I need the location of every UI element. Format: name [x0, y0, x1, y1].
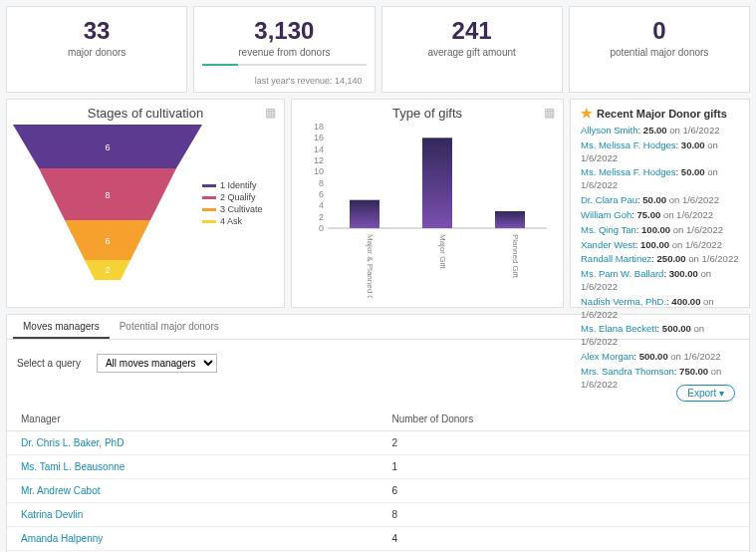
gift-item: Xander West: 100.00 on 1/6/2022	[581, 239, 739, 252]
table-row: Amanda Halpenny4	[7, 527, 749, 551]
gift-donor-link[interactable]: William Goh	[581, 209, 631, 220]
gift-donor-link[interactable]: Nadish Verma, PhD.	[581, 296, 666, 307]
table-row: Dr. Chris L. Baker, PhD2	[7, 431, 749, 455]
svg-text:14: 14	[314, 144, 324, 154]
manager-link[interactable]: Dr. Chris L. Baker, PhD	[7, 431, 378, 455]
gift-amount: 100.00	[641, 224, 670, 235]
gift-item: Allyson Smith: 25.00 on 1/6/2022	[581, 125, 739, 138]
gift-donor-link[interactable]: Alex Morgan	[581, 351, 633, 362]
kpi-value: 33	[15, 17, 178, 45]
gift-amount: 400.00	[671, 296, 700, 307]
gift-date: on 1/6/2022	[668, 351, 721, 362]
funnel-title: Stages of cultivation	[7, 100, 284, 123]
gift-date: on 1/6/2022	[670, 224, 723, 235]
svg-text:6: 6	[105, 236, 110, 246]
donor-count: 6	[378, 479, 750, 503]
tab-moves-managers[interactable]: Moves managers	[13, 315, 110, 339]
svg-text:10: 10	[314, 166, 324, 176]
svg-text:6: 6	[319, 189, 324, 199]
gift-amount: 25.00	[643, 125, 667, 136]
charts-row: Stages of cultivation ▦ 6 8 6 2 1 Identi…	[6, 99, 750, 308]
svg-rect-20	[422, 138, 452, 228]
kpi-value: 0	[578, 17, 741, 45]
col-donor-count[interactable]: Number of Donors	[378, 408, 750, 431]
gift-item: Dr. Clara Pau: 50.00 on 1/6/2022	[581, 194, 739, 207]
funnel-panel: Stages of cultivation ▦ 6 8 6 2 1 Identi…	[6, 99, 285, 308]
svg-text:2: 2	[319, 212, 324, 222]
gift-item: Alex Morgan: 500.00 on 1/6/2022	[581, 351, 739, 364]
gift-date: on 1/6/2022	[667, 125, 720, 136]
query-select[interactable]: All moves managers	[97, 354, 217, 373]
svg-text:2: 2	[105, 265, 110, 275]
funnel-legend: 1 Identify 2 Qualify 3 Cultivate 4 Ask	[202, 125, 263, 294]
gift-donor-link[interactable]: Dr. Clara Pau	[581, 194, 637, 205]
bar-chart: 0 2 4 6 8 10 12 14 16 18 Major & Planned…	[302, 123, 555, 298]
kpi-label: average gift amount	[390, 47, 554, 58]
table-row: Ms. Tami L. Beausonne1	[7, 455, 749, 479]
gift-amount: 50.00	[642, 194, 666, 205]
gift-donor-link[interactable]: Allyson Smith	[581, 125, 638, 136]
star-icon: ★	[581, 106, 593, 121]
svg-text:16: 16	[314, 133, 324, 142]
gift-date: on 1/6/2022	[686, 253, 739, 264]
bar-title: Type of gifts	[292, 100, 563, 123]
gift-date: on 1/6/2022	[666, 194, 719, 205]
gift-donor-link[interactable]: Xander West	[581, 239, 635, 250]
svg-text:Planned Gift: Planned Gift	[511, 234, 520, 279]
gift-item: Mrs. Sandra Thomson: 750.00 on 1/6/2022	[581, 366, 739, 392]
kpi-potential: 0 potential major donors	[569, 6, 750, 93]
gift-donor-link[interactable]: Ms. Melissa F. Hodges	[581, 166, 676, 177]
kpi-row: 33 major donors 3,130 revenue from donor…	[6, 6, 750, 93]
recent-gifts-list: Allyson Smith: 25.00 on 1/6/2022Ms. Meli…	[581, 125, 739, 391]
svg-text:4: 4	[319, 200, 324, 210]
gift-item: Ms. Pam W. Ballard: 300.00 on 1/6/2022	[581, 268, 739, 294]
data-table-icon[interactable]: ▦	[544, 106, 555, 120]
svg-text:Major & Planned Gift: Major & Planned Gift	[366, 234, 375, 298]
gift-donor-link[interactable]: Ms. Pam W. Ballard	[581, 268, 663, 279]
gift-amount: 500.00	[639, 351, 668, 362]
gift-item: Ms. Elana Beckett: 500.00 on 1/6/2022	[581, 323, 739, 349]
donor-count: 2	[378, 431, 750, 455]
manager-link[interactable]: Amanda Halpenny	[7, 527, 378, 551]
funnel-chart: 6 8 6 2	[13, 125, 202, 294]
gift-amount: 50.00	[681, 166, 705, 177]
kpi-sub: last year's revenue: 14,140	[202, 76, 366, 86]
gift-donor-link[interactable]: Mrs. Sandra Thomson	[581, 366, 674, 377]
managers-table: Manager Number of Donors Dr. Chris L. Ba…	[7, 408, 749, 552]
gift-item: Nadish Verma, PhD.: 400.00 on 1/6/2022	[581, 296, 739, 322]
bar-panel: Type of gifts ▦ 0 2 4 6 8 10 12	[291, 99, 564, 308]
gift-amount: 250.00	[657, 253, 686, 264]
donor-count: 8	[378, 503, 750, 527]
gift-donor-link[interactable]: Randall Martinez	[581, 253, 651, 264]
gift-date: on 1/6/2022	[669, 239, 722, 250]
kpi-label: major donors	[15, 47, 178, 58]
gift-amount: 300.00	[669, 268, 698, 279]
kpi-avg-gift: 241 average gift amount	[381, 6, 563, 93]
legend-item: 1 Identify	[220, 180, 257, 190]
kpi-value: 241	[390, 17, 554, 45]
tab-potential-major-donors[interactable]: Potential major donors	[110, 315, 229, 339]
gift-amount: 75.00	[636, 209, 660, 220]
query-label: Select a query	[17, 358, 81, 369]
kpi-major-donors: 33 major donors	[6, 6, 187, 93]
donor-count: 1	[378, 455, 750, 479]
gift-donor-link[interactable]: Ms. Qing Tan	[581, 224, 636, 235]
recent-gifts-title: ★ Recent Major Donor gifts	[581, 106, 739, 121]
kpi-label: revenue from donors	[202, 47, 366, 58]
svg-rect-19	[350, 200, 379, 228]
gift-donor-link[interactable]: Ms. Melissa F. Hodges	[581, 139, 676, 150]
recent-gifts-panel: ★ Recent Major Donor gifts Allyson Smith…	[570, 99, 750, 308]
manager-link[interactable]: Katrina Devlin	[7, 503, 378, 527]
gift-amount: 30.00	[681, 139, 705, 150]
svg-text:Major Gift: Major Gift	[438, 234, 447, 269]
gift-donor-link[interactable]: Ms. Elana Beckett	[581, 323, 657, 334]
svg-text:18: 18	[314, 123, 324, 132]
gift-item: Ms. Melissa F. Hodges: 50.00 on 1/6/2022	[581, 166, 739, 192]
manager-link[interactable]: Ms. Tami L. Beausonne	[7, 455, 378, 479]
manager-link[interactable]: Mr. Andrew Cabot	[7, 479, 378, 503]
gift-amount: 750.00	[679, 366, 708, 377]
col-manager[interactable]: Manager	[7, 408, 378, 431]
legend-item: 2 Qualify	[220, 192, 256, 202]
data-table-icon[interactable]: ▦	[265, 106, 276, 120]
gift-item: Randall Martinez: 250.00 on 1/6/2022	[581, 253, 739, 266]
